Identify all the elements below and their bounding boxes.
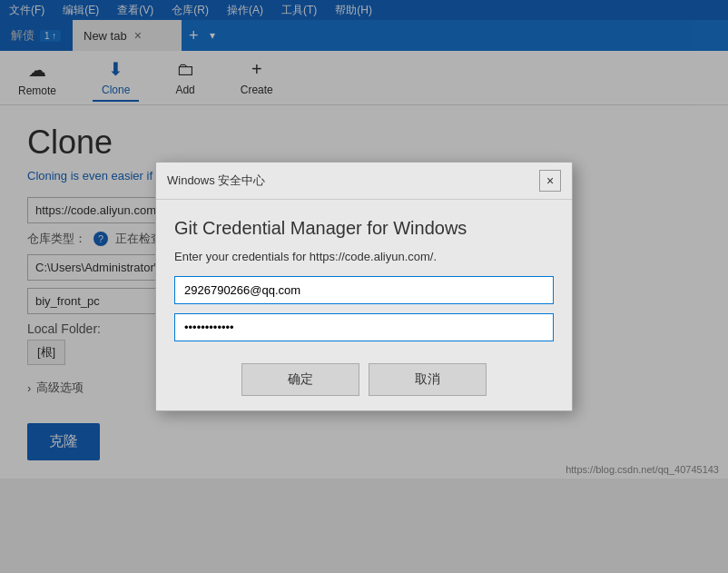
- dialog-overlay: Windows 安全中心 × Git Credential Manager fo…: [0, 0, 728, 573]
- confirm-button[interactable]: 确定: [241, 363, 359, 396]
- cancel-button[interactable]: 取消: [369, 363, 487, 396]
- credential-dialog: Windows 安全中心 × Git Credential Manager fo…: [155, 162, 573, 411]
- dialog-title-bar-label: Windows 安全中心: [167, 173, 265, 189]
- dialog-heading: Git Credential Manager for Windows: [174, 218, 554, 239]
- dialog-body: Git Credential Manager for Windows Enter…: [156, 200, 572, 410]
- dialog-buttons: 确定 取消: [174, 363, 554, 396]
- username-input[interactable]: [174, 276, 554, 304]
- dialog-description: Enter your credentials for https://code.…: [174, 250, 554, 263]
- password-input[interactable]: [174, 313, 554, 341]
- dialog-close-button[interactable]: ×: [539, 170, 561, 192]
- dialog-titlebar: Windows 安全中心 ×: [156, 163, 572, 200]
